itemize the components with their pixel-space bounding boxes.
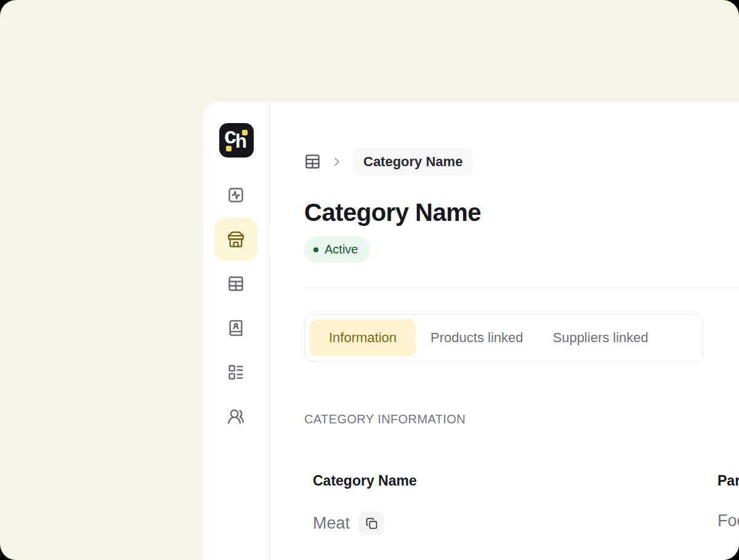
status-label: Active	[325, 242, 358, 257]
page-title: Category Name	[304, 199, 481, 226]
field-value-row: Food	[717, 511, 739, 530]
section-heading: CATEGORY INFORMATION	[304, 412, 466, 426]
activity-square-icon	[227, 186, 244, 204]
app-card: c h	[203, 102, 739, 560]
tab-suppliers-linked[interactable]: Suppliers linked	[538, 319, 663, 356]
layout-list-icon	[227, 364, 244, 381]
header-divider	[304, 287, 739, 288]
field-value-row: Meat	[313, 511, 417, 535]
breadcrumb-table-icon[interactable]	[304, 153, 321, 170]
status-dot-icon	[313, 247, 318, 252]
tab-information[interactable]: Information	[310, 319, 416, 356]
table-icon	[227, 275, 244, 292]
field-value: Meat	[313, 514, 350, 533]
app-logo[interactable]: c h	[219, 123, 254, 158]
store-icon	[227, 231, 244, 248]
sidebar-item-store[interactable]	[214, 218, 257, 261]
tab-bar: Information Products linked Suppliers li…	[304, 314, 703, 362]
sidebar: c h	[203, 102, 270, 560]
sidebar-item-lists[interactable]	[214, 351, 257, 394]
field-value: Food	[717, 511, 739, 530]
breadcrumb: Category Name	[304, 148, 473, 175]
chevron-right-icon	[330, 155, 344, 169]
book-user-icon	[227, 319, 244, 337]
field-parent-category: Parent Category Food	[717, 473, 739, 530]
sidebar-item-tables[interactable]	[214, 262, 257, 305]
sidebar-item-contacts[interactable]	[214, 306, 257, 350]
main-content: Category Name Category Name Active Infor…	[304, 102, 739, 560]
breadcrumb-current[interactable]: Category Name	[353, 148, 473, 175]
copy-button[interactable]	[358, 511, 384, 535]
copy-icon	[366, 518, 378, 529]
field-category-name: Category Name Meat	[313, 473, 417, 535]
field-label: Parent Category	[717, 473, 739, 489]
users-icon	[227, 408, 244, 425]
app-window: c h	[0, 0, 739, 560]
field-label: Category Name	[313, 473, 417, 489]
logo-square-bottom-left	[226, 146, 232, 151]
status-badge: Active	[304, 236, 370, 263]
tab-products-linked[interactable]: Products linked	[416, 319, 538, 356]
sidebar-item-users[interactable]	[214, 395, 257, 438]
sidebar-nav	[214, 174, 257, 438]
logo-letter-h: h	[235, 132, 247, 151]
sidebar-item-activity[interactable]	[214, 174, 257, 217]
